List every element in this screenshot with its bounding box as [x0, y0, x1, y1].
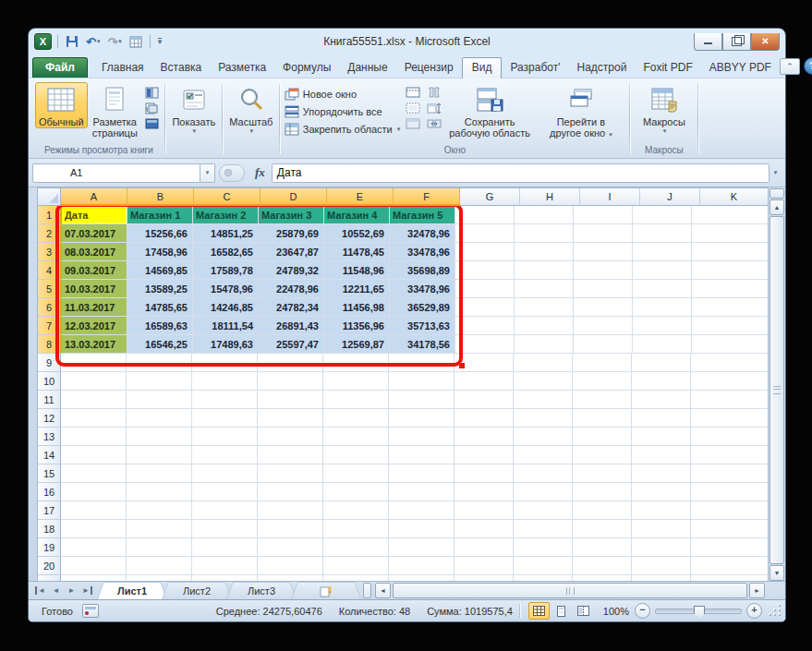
- column-header-E[interactable]: E: [327, 188, 394, 206]
- cell-H21[interactable]: [514, 575, 573, 581]
- tab-рецензир[interactable]: Рецензир: [396, 58, 462, 78]
- save-workspace-button[interactable]: Сохранитьрабочую область: [445, 82, 534, 139]
- cell-A19[interactable]: [61, 538, 127, 557]
- cell-G12[interactable]: [454, 409, 514, 428]
- cell-K2[interactable]: [692, 224, 768, 243]
- row-header-17[interactable]: 17: [38, 501, 61, 520]
- cell-F19[interactable]: [389, 538, 454, 557]
- cell-C18[interactable]: [192, 520, 258, 538]
- cell-I15[interactable]: [573, 464, 632, 483]
- tab-split-handle[interactable]: [363, 583, 371, 598]
- cell-E16[interactable]: [323, 483, 389, 501]
- cell-G14[interactable]: [454, 446, 514, 464]
- row-header-2[interactable]: 2: [38, 224, 62, 243]
- cell-B6[interactable]: 14785,65: [127, 298, 193, 317]
- cell-G7[interactable]: [455, 317, 515, 335]
- hide-window-button[interactable]: [405, 102, 421, 115]
- last-sheet-button[interactable]: ►: [79, 582, 95, 599]
- cell-H14[interactable]: [514, 446, 573, 464]
- cell-C20[interactable]: [192, 557, 258, 575]
- cell-I17[interactable]: [573, 501, 632, 520]
- cell-H5[interactable]: [515, 280, 574, 298]
- cell-E7[interactable]: 11356,96: [324, 317, 390, 335]
- cell-C11[interactable]: [192, 391, 258, 409]
- cell-B5[interactable]: 13589,25: [127, 280, 193, 298]
- row-header-10[interactable]: 10: [38, 372, 61, 391]
- row-header-15[interactable]: 15: [38, 464, 61, 483]
- cell-I10[interactable]: [573, 372, 632, 391]
- cell-A12[interactable]: [61, 409, 127, 428]
- view-side-by-side-button[interactable]: [426, 86, 442, 99]
- cell-A7[interactable]: 12.03.2017: [62, 317, 127, 335]
- cell-B3[interactable]: 17458,96: [127, 243, 193, 261]
- cell-C1[interactable]: Магазин 2: [193, 206, 259, 224]
- cell-A13[interactable]: [61, 428, 127, 446]
- cell-J5[interactable]: [633, 280, 692, 298]
- cell-C5[interactable]: 15478,96: [193, 280, 259, 298]
- cell-A18[interactable]: [61, 520, 127, 538]
- cell-F6[interactable]: 36529,89: [390, 298, 455, 317]
- cell-K11[interactable]: [691, 391, 768, 409]
- cell-D1[interactable]: Магазин 3: [259, 206, 324, 224]
- column-header-D[interactable]: D: [261, 188, 327, 206]
- cell-H12[interactable]: [514, 409, 573, 428]
- cell-H11[interactable]: [514, 391, 573, 409]
- zoom-button[interactable]: Масштаб ▾: [225, 82, 277, 136]
- cell-F3[interactable]: 33478,96: [390, 243, 455, 261]
- cell-K14[interactable]: [691, 446, 768, 464]
- sheet-tab-лист1[interactable]: Лист1: [97, 582, 167, 599]
- close-button[interactable]: ✕: [751, 33, 780, 51]
- cell-K4[interactable]: [692, 261, 768, 280]
- cell-I18[interactable]: [573, 520, 632, 538]
- row-header-6[interactable]: 6: [38, 298, 62, 317]
- cell-B19[interactable]: [127, 538, 192, 557]
- tab-данные[interactable]: Данные: [339, 58, 395, 78]
- cell-A16[interactable]: [61, 483, 127, 501]
- cell-C8[interactable]: 17489,63: [193, 335, 259, 354]
- cell-C3[interactable]: 16582,65: [193, 243, 259, 261]
- cell-G4[interactable]: [455, 261, 515, 280]
- custom-views-button[interactable]: I: [144, 102, 161, 115]
- cell-A11[interactable]: [61, 391, 127, 409]
- name-box-caret-icon[interactable]: ▾: [200, 163, 215, 183]
- cell-I9[interactable]: [573, 354, 632, 372]
- cell-F11[interactable]: [389, 391, 454, 409]
- row-header-19[interactable]: 19: [38, 538, 61, 557]
- cell-K18[interactable]: [691, 520, 768, 538]
- column-header-H[interactable]: H: [520, 188, 580, 206]
- cell-C9[interactable]: [192, 354, 258, 372]
- column-header-F[interactable]: F: [394, 188, 460, 206]
- page-break-toggle[interactable]: [573, 602, 594, 620]
- column-header-I[interactable]: I: [580, 188, 640, 206]
- cell-D4[interactable]: 24789,32: [259, 261, 324, 280]
- cell-I2[interactable]: [574, 224, 633, 243]
- cell-F14[interactable]: [389, 446, 454, 464]
- cell-I4[interactable]: [574, 261, 633, 280]
- cell-J12[interactable]: [632, 409, 691, 428]
- cell-G21[interactable]: [454, 575, 514, 581]
- cell-G18[interactable]: [454, 520, 514, 538]
- cell-E10[interactable]: [323, 372, 389, 391]
- cell-H2[interactable]: [515, 224, 574, 243]
- cell-G6[interactable]: [455, 298, 515, 317]
- cell-I6[interactable]: [574, 298, 633, 317]
- cell-G8[interactable]: [455, 335, 515, 354]
- column-header-J[interactable]: J: [640, 188, 700, 206]
- cell-F10[interactable]: [389, 372, 454, 391]
- cell-B2[interactable]: 15256,66: [127, 224, 193, 243]
- cell-E5[interactable]: 12211,65: [324, 280, 390, 298]
- scroll-left-button[interactable]: ◄: [375, 583, 391, 598]
- cell-F1[interactable]: Магазин 5: [390, 206, 455, 224]
- cell-B10[interactable]: [127, 372, 192, 391]
- cell-B9[interactable]: [127, 354, 192, 372]
- cell-B12[interactable]: [127, 409, 192, 428]
- row-header-20[interactable]: 20: [38, 557, 61, 575]
- cell-I20[interactable]: [573, 557, 632, 575]
- tab-главная[interactable]: Главная: [93, 58, 152, 78]
- cell-I5[interactable]: [574, 280, 633, 298]
- sheet-tab-лист2[interactable]: Лист2: [162, 582, 232, 599]
- arrange-all-button[interactable]: Упорядочить все: [285, 103, 400, 119]
- new-window-button[interactable]: Новое окно: [285, 86, 400, 102]
- cell-A14[interactable]: [61, 446, 127, 464]
- cell-J13[interactable]: [632, 428, 691, 446]
